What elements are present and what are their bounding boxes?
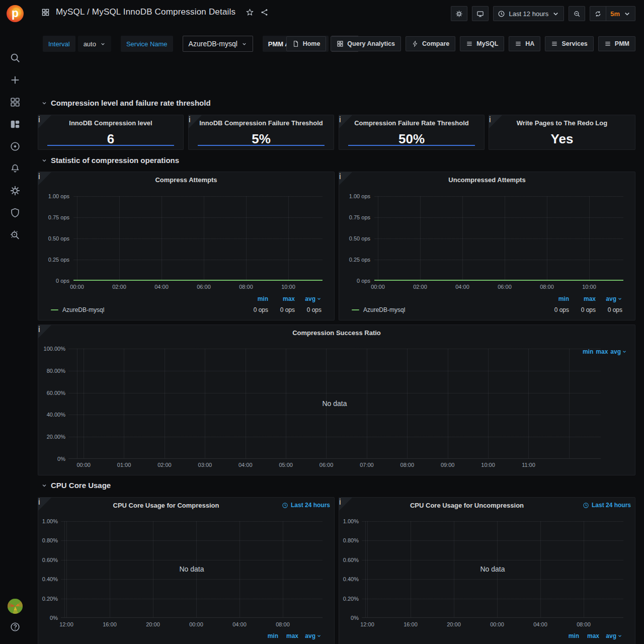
stat-title: InnoDB Compression level (48, 119, 173, 127)
legend-col-avg[interactable]: avg (610, 348, 627, 355)
legend-avg-value: 0 ops (295, 306, 321, 313)
bolt-icon (412, 40, 419, 47)
refresh-button[interactable] (590, 6, 606, 21)
tv-mode-button[interactable] (472, 6, 489, 21)
legend-col-min[interactable]: min (258, 632, 278, 639)
legend-col-avg[interactable]: avg (295, 295, 321, 302)
legend-series[interactable]: AzureDB-mysql (51, 306, 104, 313)
share-icon[interactable] (260, 8, 269, 17)
query-analytics-icon[interactable] (9, 229, 21, 241)
alerting-bell-icon[interactable] (9, 163, 21, 175)
chevron-down-icon (617, 296, 622, 301)
section-cpu[interactable]: CPU Core Usage (41, 481, 111, 490)
dashboard-grid-icon[interactable] (41, 8, 50, 17)
settings-button[interactable] (451, 6, 467, 21)
legend-header: min max avg (258, 632, 321, 639)
link-mysql[interactable]: MySQL (460, 36, 504, 51)
menu-icon (515, 40, 522, 47)
legend-col-min[interactable]: min (542, 295, 569, 302)
link-ha[interactable]: HA (509, 36, 540, 51)
panel-time-override[interactable]: Last 24 hours (583, 502, 631, 509)
legend-col-max[interactable]: max (596, 348, 608, 355)
x-axis-tick: 03:00 (185, 462, 225, 468)
chart-panel-success-ratio[interactable]: i Compression Success Ratio 100.00%80.00… (38, 325, 635, 475)
chart-panel-compress-attempts[interactable]: i Compress Attempts 1.00 ops0.75 ops0.50… (38, 172, 335, 320)
explore-compass-icon[interactable] (9, 140, 21, 152)
legend-col-min[interactable]: min (242, 295, 268, 302)
page-title: MySQL / MySQL InnoDB Compression Details (56, 7, 235, 17)
x-axis-tick: 04:00 (218, 621, 261, 627)
panel-time-override[interactable]: Last 24 hours (282, 502, 330, 509)
legend-col-avg[interactable]: avg (298, 632, 321, 639)
x-axis-tick: 04:00 (519, 621, 562, 627)
stat-title: Write Pages to The Redo Log (499, 119, 625, 127)
configuration-gear-icon[interactable] (9, 185, 21, 197)
refresh-interval-dropdown[interactable]: 5m (606, 6, 635, 21)
x-axis-tick: 11:00 (508, 462, 548, 468)
section-thresholds[interactable]: Compression level and failure rate thres… (41, 99, 211, 107)
link-query-analytics[interactable]: Query Analytics (331, 36, 401, 51)
chevron-down-icon (552, 10, 559, 18)
server-admin-shield-icon[interactable] (9, 207, 21, 219)
x-axis-tick: 06:00 (183, 284, 225, 290)
legend-col-max[interactable]: max (569, 295, 596, 302)
dashboard-links: Home Query Analytics Compare MySQL HA Se… (286, 36, 635, 51)
percona-logo-icon[interactable]: p (7, 5, 24, 22)
main-area: MySQL / MySQL InnoDB Compression Details (30, 0, 644, 644)
chevron-down-icon (623, 10, 631, 18)
chart-panel-cpu-uncompression[interactable]: i CPU Core Usage for Uncompression Last … (339, 497, 635, 644)
section-operations[interactable]: Statistic of compression operations (41, 156, 179, 165)
stat-panel-compression-level[interactable]: i InnoDB Compression level 6 (38, 115, 184, 150)
stat-panel-failure-rate[interactable]: i Compression Failure Rate Threshold 50% (339, 115, 485, 150)
plot-area[interactable] (374, 196, 623, 281)
chart-panel-cpu-compression[interactable]: i CPU Core Usage for Compression Last 24… (38, 497, 335, 644)
time-range-picker[interactable]: Last 12 hours (493, 6, 564, 21)
series-line-azuredb-mysql (374, 280, 623, 281)
chevron-down-icon (41, 100, 47, 106)
zoom-out-button[interactable] (569, 6, 585, 21)
service-name-select[interactable]: AzureDB-mysql (183, 36, 253, 52)
search-icon[interactable] (9, 52, 21, 64)
legend-col-min[interactable]: min (583, 348, 593, 355)
no-data-message: No data (61, 565, 323, 573)
link-home[interactable]: Home (286, 36, 327, 51)
series-color-dash (352, 309, 359, 310)
stat-panel-failure-threshold[interactable]: i InnoDB Compression Failure Threshold 5… (188, 115, 334, 150)
star-icon[interactable] (246, 8, 254, 17)
legend-col-max[interactable]: max (268, 295, 295, 302)
legend-col-avg[interactable]: avg (599, 632, 622, 639)
x-axis-tick: 06:00 (484, 284, 526, 290)
link-services[interactable]: Services (545, 36, 593, 51)
x-axis-tick: 00:00 (357, 284, 399, 290)
legend-header: min max avg (542, 295, 622, 302)
legend-row: AzureDB-mysql 0 ops 0 ops 0 ops (51, 306, 321, 313)
x-axis-tick: 04:00 (225, 462, 266, 468)
x-axis-tick: 04:00 (140, 284, 183, 290)
legend-col-max[interactable]: max (579, 632, 599, 639)
link-compare[interactable]: Compare (406, 36, 455, 51)
dashboards-icon[interactable] (9, 96, 21, 108)
add-icon[interactable] (9, 74, 21, 86)
legend-header: min max avg (559, 632, 622, 639)
legend-col-max[interactable]: max (278, 632, 298, 639)
plot-area[interactable] (73, 196, 323, 281)
chart-panel-uncompressed-attempts[interactable]: i Uncompressed Attempts 1.00 ops0.75 ops… (339, 172, 635, 320)
stat-panel-redo-log[interactable]: i Write Pages to The Redo Log Yes (489, 115, 635, 150)
dashboard-toolbar: Last 12 hours 5m (451, 6, 635, 21)
x-axis-tick: 08:00 (562, 621, 605, 627)
legend-avg-value: 0 ops (596, 306, 622, 313)
pmm-dashboards-icon[interactable] (9, 118, 21, 130)
help-icon[interactable] (9, 621, 21, 633)
clock-icon (282, 502, 288, 509)
link-pmm[interactable]: PMM (598, 36, 635, 51)
interval-select[interactable]: auto (78, 36, 111, 52)
x-axis: 00:0002:0004:0006:0008:0010:00 (56, 284, 309, 290)
x-axis-tick: 02:00 (399, 284, 441, 290)
user-avatar[interactable] (8, 599, 23, 614)
legend-col-min[interactable]: min (559, 632, 579, 639)
legend-col-avg[interactable]: avg (596, 295, 622, 302)
legend-series[interactable]: AzureDB-mysql (352, 306, 405, 313)
legend-row: AzureDB-mysql 0 ops 0 ops 0 ops (352, 306, 622, 313)
x-axis-tick: 10:00 (468, 462, 508, 468)
x-axis-tick: 02:00 (144, 462, 185, 468)
